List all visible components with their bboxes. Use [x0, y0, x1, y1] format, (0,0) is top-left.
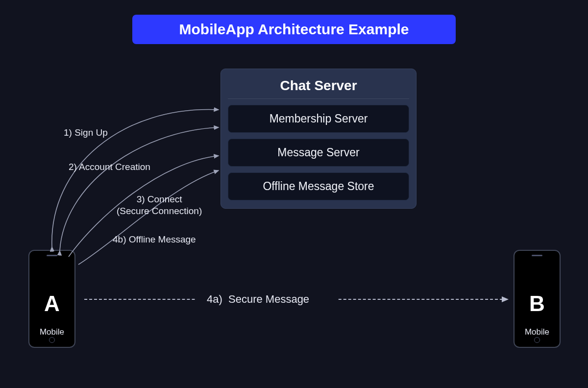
message-server-node: Message Server	[228, 139, 409, 167]
membership-server-node: Membership Server	[228, 105, 409, 133]
offline-message-store-node: Offline Message Store	[228, 172, 409, 200]
phone-a-label: Mobile	[40, 327, 64, 337]
flow-label-account-creation: 2) Account Creation	[69, 162, 150, 172]
chat-server-title: Chat Server	[228, 75, 409, 99]
phone-b-node: B Mobile	[514, 250, 561, 348]
phone-a-letter: A	[44, 291, 60, 316]
page-title: MobileApp Architecture Example	[179, 21, 409, 38]
diagram-canvas: MobileApp Architecture Example Chat Serv…	[0, 0, 588, 388]
chat-server-container: Chat Server Membership Server Message Se…	[220, 69, 416, 209]
flow-label-signup: 1) Sign Up	[64, 127, 108, 138]
flow-label-offline-message: 4b) Offline Message	[113, 234, 196, 245]
phone-b-label: Mobile	[525, 327, 549, 337]
phone-b-letter: B	[529, 291, 545, 316]
phone-a-node: A Mobile	[28, 250, 75, 348]
flow-label-secure-message: 4a) Secure Message	[207, 293, 309, 306]
flow-label-connect: 3) Connect (Secure Connection)	[117, 194, 202, 217]
page-title-banner: MobileApp Architecture Example	[132, 15, 456, 44]
